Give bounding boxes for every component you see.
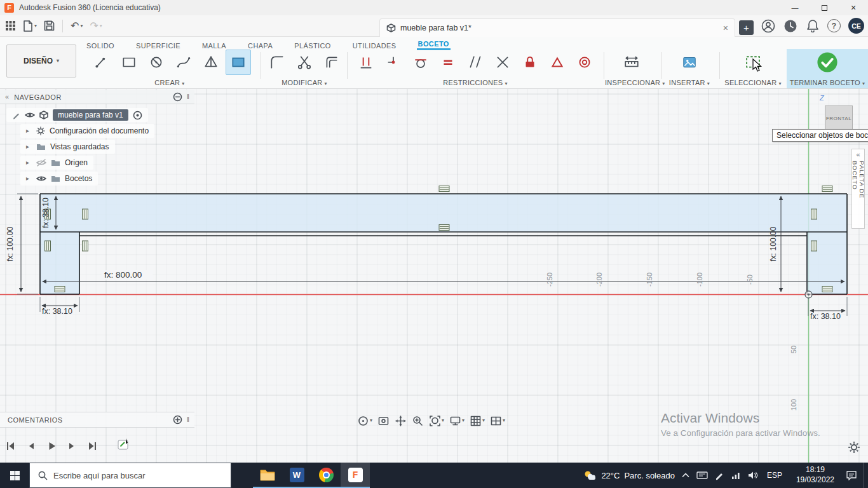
add-comment-icon[interactable] <box>173 415 182 424</box>
pen-input-button[interactable] <box>714 470 724 480</box>
sketch-profile-fill[interactable] <box>40 194 847 294</box>
grid-settings-button[interactable]: ▾ <box>468 414 486 428</box>
panel-handle-icon[interactable]: ‖ <box>186 93 189 100</box>
look-at-button[interactable] <box>376 414 391 428</box>
expand-panel-icon[interactable]: « <box>856 151 860 158</box>
tree-row-saved-views[interactable]: ▸ Vistas guardadas <box>20 140 115 154</box>
eye-hidden-icon[interactable] <box>36 159 46 166</box>
show-desktop-button[interactable] <box>864 463 867 488</box>
spline-tool-button[interactable] <box>171 50 196 75</box>
tree-row-document-root[interactable]: mueble para fab v1 <box>6 108 148 122</box>
timeline-step-back-button[interactable] <box>24 439 38 453</box>
document-root-label[interactable]: mueble para fab v1 <box>53 109 128 121</box>
viewports-button[interactable]: ▾ <box>489 414 506 428</box>
tree-row-sketches[interactable]: ▸ Bocetos <box>20 172 98 186</box>
tangent-constraint-button[interactable] <box>408 50 433 75</box>
collapse-panel-icon[interactable]: « <box>5 93 9 100</box>
expand-icon[interactable]: ▸ <box>26 175 32 182</box>
group-modificar-label[interactable]: MODIFICAR▾ <box>263 79 346 86</box>
user-avatar[interactable]: CE <box>848 18 864 34</box>
circle-tool-button[interactable] <box>144 50 169 75</box>
comments-bar[interactable]: COMENTARIOS ‖ <box>0 412 194 428</box>
timeline-play-button[interactable] <box>44 439 58 453</box>
polygon-tool-button[interactable] <box>198 50 224 75</box>
taskbar-explorer-button[interactable] <box>253 463 282 488</box>
orbit-button[interactable]: ▾ <box>356 414 374 428</box>
file-menu-button[interactable]: ▾ <box>22 19 38 33</box>
close-button[interactable]: × <box>839 0 868 15</box>
minimize-button[interactable]: — <box>780 0 810 15</box>
horizontal-vertical-constraint-button[interactable] <box>353 50 379 75</box>
tray-overflow-button[interactable] <box>681 472 690 478</box>
coincident-constraint-button[interactable] <box>381 50 406 75</box>
start-button[interactable] <box>0 463 29 488</box>
new-tab-button[interactable]: + <box>739 20 754 35</box>
parallel-constraint-button[interactable] <box>463 50 488 75</box>
rectangle-2point-tool-button[interactable] <box>226 50 251 75</box>
taskbar-word-button[interactable]: W <box>282 463 311 488</box>
save-button[interactable] <box>43 19 56 32</box>
job-status-button[interactable] <box>783 18 797 33</box>
taskbar-fusion-button[interactable]: F <box>341 463 370 488</box>
panel-handle-icon[interactable]: ‖ <box>186 416 189 423</box>
search-input[interactable] <box>53 471 206 480</box>
group-inspeccionar-label[interactable]: INSPECCIONAR▾ <box>605 79 658 86</box>
concentric-constraint-button[interactable] <box>572 50 597 75</box>
equal-constraint-button[interactable] <box>435 50 461 75</box>
taskbar-chrome-button[interactable] <box>311 463 341 488</box>
action-center-button[interactable] <box>846 470 857 480</box>
network-button[interactable] <box>731 471 741 480</box>
fit-button[interactable]: ▾ <box>428 414 445 428</box>
measure-tool-button[interactable] <box>619 50 644 75</box>
timeline-step-forward-button[interactable] <box>65 439 79 453</box>
language-indicator[interactable]: ESP <box>764 471 785 480</box>
collapse-all-icon[interactable] <box>173 92 182 102</box>
sketch-palette-panel[interactable]: « PALETA DE BOCETO <box>851 149 865 229</box>
sketch-origin-point[interactable] <box>805 291 812 298</box>
insert-image-button[interactable] <box>677 50 702 75</box>
group-restricciones-label[interactable]: RESTRICCIONES▾ <box>349 79 601 86</box>
viewcube-front-face[interactable]: FRONTAL <box>825 105 853 131</box>
group-seleccionar-label[interactable]: SELECCIONAR▾ <box>721 79 785 86</box>
modeling-canvas[interactable]: fx: 100.00 fx: 38.10 fx: 800.00 fx: 38.1… <box>0 89 868 463</box>
rectangle-tool-button[interactable] <box>116 50 142 75</box>
pan-button[interactable] <box>393 414 408 428</box>
perpendicular-constraint-button[interactable] <box>490 50 515 75</box>
tree-row-origin[interactable]: ▸ Origen <box>20 156 93 170</box>
finish-sketch-button[interactable] <box>815 50 840 75</box>
taskbar-clock[interactable]: 18:19 19/03/2022 <box>791 465 839 485</box>
expand-icon[interactable]: ▸ <box>26 128 32 134</box>
document-tab[interactable]: mueble para fab v1* × <box>379 18 735 37</box>
timeline-sketch-marker[interactable] <box>117 437 132 454</box>
expand-icon[interactable]: ▸ <box>26 144 32 150</box>
taskbar-weather[interactable]: 22°C Parc. soleado <box>583 470 675 481</box>
group-terminar-label[interactable]: TERMINAR BOCETO▾ <box>787 79 868 86</box>
fillet-tool-button[interactable] <box>264 50 290 75</box>
tree-row-document-settings[interactable]: ▸ Configuración del documento <box>20 124 154 138</box>
group-insertar-label[interactable]: INSERTAR▾ <box>662 79 717 86</box>
app-grid-button[interactable] <box>4 19 17 32</box>
display-settings-button[interactable]: ▾ <box>448 414 466 428</box>
redo-button[interactable]: ↷ ▾ <box>88 20 103 32</box>
midpoint-constraint-button[interactable] <box>545 50 570 75</box>
group-crear-label[interactable]: CREAR▾ <box>80 79 259 86</box>
tab-close-icon[interactable]: × <box>723 23 728 33</box>
volume-button[interactable] <box>747 471 758 480</box>
offset-tool-button[interactable] <box>319 50 344 75</box>
workspace-selector[interactable]: DISEÑO ▾ <box>6 44 76 78</box>
maximize-button[interactable] <box>810 0 839 15</box>
activate-radio-icon[interactable] <box>133 111 142 120</box>
taskbar-search[interactable] <box>29 463 231 488</box>
touch-keyboard-button[interactable] <box>696 471 708 480</box>
timeline-go-to-start-button[interactable] <box>4 439 18 453</box>
preferences-gear-button[interactable] <box>848 441 860 456</box>
undo-button[interactable]: ↶ ▾ <box>69 20 84 32</box>
help-button[interactable]: ? <box>827 19 841 32</box>
line-tool-button[interactable] <box>89 50 114 75</box>
notifications-button[interactable] <box>805 18 820 33</box>
trim-tool-button[interactable] <box>292 50 317 75</box>
profile-button[interactable] <box>761 18 775 33</box>
eye-icon[interactable] <box>36 175 46 182</box>
timeline-go-to-end-button[interactable] <box>85 439 99 453</box>
expand-icon[interactable]: ▸ <box>26 159 32 166</box>
